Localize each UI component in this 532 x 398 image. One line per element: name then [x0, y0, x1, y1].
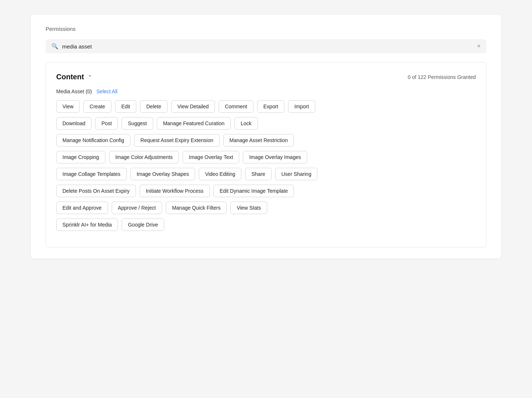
permission-badge[interactable]: Image Collage Templates — [56, 168, 127, 180]
permission-badge[interactable]: Share — [245, 168, 271, 180]
permission-badge[interactable]: Image Overlay Text — [183, 151, 239, 163]
permission-row: Image Collage TemplatesImage Overlay Sha… — [56, 168, 476, 180]
permission-badge[interactable]: Import — [288, 100, 315, 113]
permission-badge[interactable]: Edit Dynamic Image Template — [213, 185, 294, 197]
permission-badge[interactable]: Initiate Workflow Process — [140, 185, 210, 197]
permission-badge[interactable]: Comment — [219, 100, 254, 113]
permission-badge[interactable]: User Sharing — [275, 168, 318, 180]
permission-badge[interactable]: Suggest — [122, 117, 153, 130]
permission-row: Manage Notification ConfigRequest Asset … — [56, 134, 476, 146]
chevron-up-icon: ⌃ — [88, 74, 92, 80]
permission-badge[interactable]: Post — [95, 117, 118, 130]
subsection-header: Media Asset (0) Select All — [56, 88, 476, 94]
search-clear-button[interactable]: × — [477, 43, 481, 49]
search-icon: 🔍 — [51, 43, 58, 50]
search-input[interactable] — [62, 43, 474, 50]
permission-badge[interactable]: Video Editing — [199, 168, 241, 180]
permission-badge[interactable]: Delete Posts On Asset Expiry — [56, 185, 136, 197]
section-title-wrap: Content ⌃ — [56, 73, 92, 81]
permission-badge[interactable]: Image Overlay Images — [243, 151, 307, 163]
permission-badge[interactable]: View Detailed — [171, 100, 215, 113]
permission-badge[interactable]: Export — [257, 100, 284, 113]
permission-row: ViewCreateEditDeleteView DetailedComment… — [56, 100, 476, 113]
permission-badge[interactable]: View Stats — [230, 202, 267, 214]
permission-badge[interactable]: Manage Notification Config — [56, 134, 130, 146]
content-section: Content ⌃ 0 of 122 Permissions Granted M… — [46, 62, 486, 247]
page-title: Permissions — [46, 26, 486, 32]
subsection-label: Media Asset (0) — [56, 88, 92, 94]
permission-badge[interactable]: Approve / Reject — [112, 202, 162, 214]
section-title: Content — [56, 73, 84, 81]
permission-badge[interactable]: Image Overlay Shapes — [130, 168, 195, 180]
permission-rows-container: ViewCreateEditDeleteView DetailedComment… — [56, 100, 476, 231]
permission-badge[interactable]: Edit and Approve — [56, 202, 108, 214]
permission-badge[interactable]: Request Asset Expiry Extension — [134, 134, 219, 146]
permission-badge[interactable]: Manage Quick Filters — [166, 202, 227, 214]
select-all-button[interactable]: Select All — [96, 88, 118, 94]
section-header: Content ⌃ 0 of 122 Permissions Granted — [56, 73, 476, 81]
page-wrapper: Permissions 🔍 × Content ⌃ 0 of 122 Permi… — [31, 15, 501, 258]
permission-row: Sprinklr AI+ for MediaGoogle Drive — [56, 218, 476, 231]
search-bar: 🔍 × — [46, 39, 486, 53]
permission-badge[interactable]: Google Drive — [122, 218, 164, 231]
permission-badge[interactable]: View — [56, 100, 80, 113]
permission-row: Image CroppingImage Color AdjustmentsIma… — [56, 151, 476, 163]
permission-badge[interactable]: Edit — [115, 100, 136, 113]
permission-badge[interactable]: Create — [83, 100, 111, 113]
permission-badge[interactable]: Manage Featured Curation — [157, 117, 231, 130]
permission-badge[interactable]: Download — [56, 117, 91, 130]
permission-row: DownloadPostSuggestManage Featured Curat… — [56, 117, 476, 130]
permission-row: Edit and ApproveApprove / RejectManage Q… — [56, 202, 476, 214]
permissions-count: 0 of 122 Permissions Granted — [408, 74, 476, 80]
permission-badge[interactable]: Lock — [234, 117, 258, 130]
permission-badge[interactable]: Manage Asset Restriction — [223, 134, 294, 146]
permission-badge[interactable]: Image Cropping — [56, 151, 105, 163]
permission-row: Delete Posts On Asset ExpiryInitiate Wor… — [56, 185, 476, 197]
permission-badge[interactable]: Image Color Adjustments — [109, 151, 179, 163]
permission-badge[interactable]: Delete — [140, 100, 167, 113]
permission-badge[interactable]: Sprinklr AI+ for Media — [56, 218, 118, 231]
